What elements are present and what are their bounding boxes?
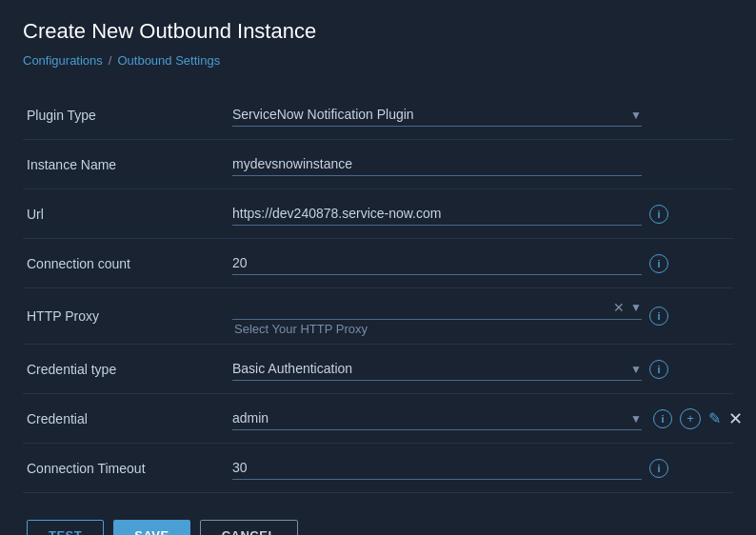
test-button[interactable]: TEST xyxy=(27,520,104,535)
credential-add-icon[interactable]: + xyxy=(680,408,701,429)
field-instance-name xyxy=(232,145,733,184)
credential-type-select-wrapper: Basic Authentication ▼ xyxy=(232,357,642,381)
http-proxy-chevron-icon[interactable]: ▼ xyxy=(630,301,642,314)
credential-info-icon[interactable]: i xyxy=(653,409,672,428)
credential-actions: i + ✎ ✕ xyxy=(653,408,743,429)
field-connection-timeout: i xyxy=(232,448,733,487)
credential-type-info-icon[interactable]: i xyxy=(649,360,668,379)
form-row-credential-type: Credential type Basic Authentication ▼ i xyxy=(23,345,733,394)
connection-count-info-icon[interactable]: i xyxy=(649,254,668,273)
http-proxy-control: ✕ ▼ xyxy=(232,296,642,320)
label-connection-timeout: Connection Timeout xyxy=(23,451,232,485)
label-credential-type: Credential type xyxy=(23,352,232,386)
url-input[interactable] xyxy=(232,202,642,226)
http-proxy-info-icon[interactable]: i xyxy=(649,307,668,326)
save-button[interactable]: SAVE xyxy=(113,520,189,535)
form-row-credential: Credential admin ▼ i + ✎ ✕ xyxy=(23,394,733,444)
credential-delete-icon[interactable]: ✕ xyxy=(728,408,743,429)
form-row-http-proxy: HTTP Proxy ✕ ▼ Select Your HTTP Proxy i xyxy=(23,288,733,345)
field-credential-type: Basic Authentication ▼ i xyxy=(232,349,733,388)
http-proxy-wrapper: ✕ ▼ Select Your HTTP Proxy xyxy=(232,296,642,336)
breadcrumb-current: Outbound Settings xyxy=(117,53,220,68)
field-url: i xyxy=(232,194,733,233)
field-http-proxy: ✕ ▼ Select Your HTTP Proxy i xyxy=(232,288,733,344)
url-info-icon[interactable]: i xyxy=(649,205,668,224)
field-connection-count: i xyxy=(232,244,733,283)
form-row-connection-count: Connection count i xyxy=(23,239,733,288)
connection-count-input[interactable] xyxy=(232,251,642,275)
instance-name-input[interactable] xyxy=(232,152,642,176)
label-url: Url xyxy=(23,197,232,231)
form-row-plugin-type: Plugin Type ServiceNow Notification Plug… xyxy=(23,90,733,140)
page-title: Create New Outbound Instance xyxy=(23,19,733,44)
credential-type-select[interactable]: Basic Authentication xyxy=(232,357,642,381)
breadcrumb-separator: / xyxy=(109,53,112,68)
form-row-instance-name: Instance Name xyxy=(23,140,733,189)
breadcrumb: Configurations / Outbound Settings xyxy=(23,53,733,68)
credential-select[interactable]: admin xyxy=(232,406,642,430)
form-row-url: Url i xyxy=(23,189,733,239)
plugin-type-select[interactable]: ServiceNow Notification Plugin xyxy=(232,103,642,127)
http-proxy-placeholder: Select Your HTTP Proxy xyxy=(232,322,642,336)
connection-timeout-input[interactable] xyxy=(232,456,642,480)
credential-select-wrapper: admin ▼ xyxy=(232,406,642,430)
label-http-proxy: HTTP Proxy xyxy=(23,299,232,333)
field-credential: admin ▼ i + ✎ ✕ xyxy=(232,399,743,438)
form-row-connection-timeout: Connection Timeout i xyxy=(23,444,733,493)
footer-buttons: TEST SAVE CANCEL xyxy=(23,520,733,535)
connection-timeout-info-icon[interactable]: i xyxy=(649,459,668,478)
label-credential: Credential xyxy=(23,402,232,436)
http-proxy-clear-icon[interactable]: ✕ xyxy=(613,300,625,315)
breadcrumb-parent[interactable]: Configurations xyxy=(23,53,103,68)
label-instance-name: Instance Name xyxy=(23,148,232,182)
cancel-button[interactable]: CANCEL xyxy=(200,520,298,535)
plugin-type-select-wrapper: ServiceNow Notification Plugin ▼ xyxy=(232,103,642,127)
label-plugin-type: Plugin Type xyxy=(23,98,232,132)
page-container: Create New Outbound Instance Configurati… xyxy=(0,0,756,535)
field-plugin-type: ServiceNow Notification Plugin ▼ xyxy=(232,95,733,134)
label-connection-count: Connection count xyxy=(23,247,232,281)
credential-edit-icon[interactable]: ✎ xyxy=(708,409,721,427)
